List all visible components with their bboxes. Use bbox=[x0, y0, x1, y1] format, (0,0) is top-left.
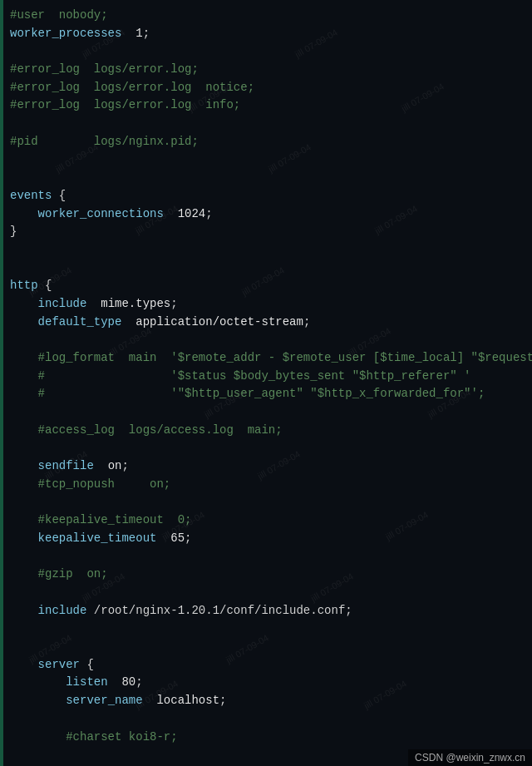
code-editor: #user nobody;worker_processes 1; #error_… bbox=[0, 0, 532, 766]
code-line: include /root/nginx-1.20.1/conf/include.… bbox=[10, 602, 525, 620]
code-line: #access_log logs/access.log main; bbox=[10, 422, 525, 440]
code-line bbox=[10, 169, 525, 187]
code-line: # '$status $body_bytes_sent "$http_refer… bbox=[10, 368, 525, 386]
code-line: #tcp_nopush on; bbox=[10, 476, 525, 494]
code-line bbox=[10, 241, 525, 259]
code-line bbox=[10, 151, 525, 170]
left-accent-bar bbox=[0, 0, 3, 766]
code-content: #user nobody;worker_processes 1; #error_… bbox=[10, 7, 525, 766]
code-line: #keepalive_timeout 0; bbox=[10, 511, 525, 530]
code-line bbox=[10, 42, 525, 61]
code-line: #charset koi8-r; bbox=[10, 729, 525, 747]
code-line bbox=[10, 710, 525, 729]
code-line: worker_connections 1024; bbox=[10, 205, 525, 224]
code-line bbox=[10, 548, 525, 566]
code-line: keepalive_timeout 65; bbox=[10, 530, 525, 548]
code-line: default_type application/octet-stream; bbox=[10, 314, 525, 332]
code-line bbox=[10, 403, 525, 422]
code-line: #error_log logs/error.log notice; bbox=[10, 79, 525, 97]
code-line: worker_processes 1; bbox=[10, 25, 525, 43]
code-line: events { bbox=[10, 187, 525, 205]
code-line bbox=[10, 638, 525, 656]
code-line: # '"$http_user_agent" "$http_x_forwarded… bbox=[10, 385, 525, 403]
code-line bbox=[10, 440, 525, 458]
code-line: server_name localhost; bbox=[10, 692, 525, 710]
code-line: #gzip on; bbox=[10, 566, 525, 584]
code-line bbox=[10, 259, 525, 278]
code-line: #error_log logs/error.log; bbox=[10, 61, 525, 79]
code-line: #error_log logs/error.log info; bbox=[10, 96, 525, 115]
code-line bbox=[10, 584, 525, 602]
code-line: #user nobody; bbox=[10, 7, 525, 25]
code-line: include mime.types; bbox=[10, 295, 525, 314]
code-line: server { bbox=[10, 656, 525, 675]
code-line: } bbox=[10, 223, 525, 241]
code-line bbox=[10, 331, 525, 349]
code-line bbox=[10, 115, 525, 133]
code-line: #log_format main '$remote_addr - $remote… bbox=[10, 349, 525, 368]
code-line: sendfile on; bbox=[10, 457, 525, 476]
footer-text: CSDN @weixin_znwx.cn bbox=[415, 752, 525, 764]
code-line: listen 80; bbox=[10, 674, 525, 692]
code-line: #pid logs/nginx.pid; bbox=[10, 133, 525, 151]
code-line bbox=[10, 620, 525, 638]
footer-attribution: CSDN @weixin_znwx.cn bbox=[408, 749, 532, 766]
code-line bbox=[10, 494, 525, 512]
code-line: http { bbox=[10, 277, 525, 295]
